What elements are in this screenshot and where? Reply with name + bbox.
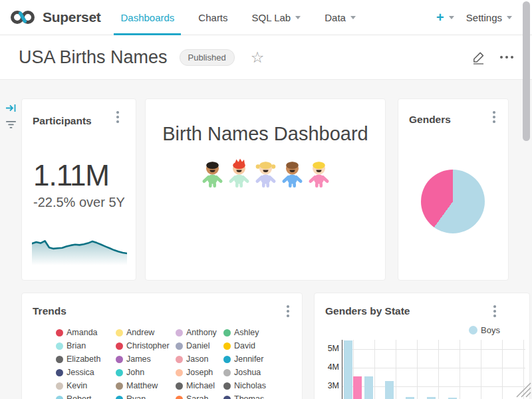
status-badge[interactable]: Published <box>180 49 235 66</box>
legend-label: Michael <box>186 381 215 390</box>
legend-item-amanda[interactable]: Amanda <box>56 328 98 337</box>
legend-item-thomas[interactable]: Thomas <box>223 394 264 399</box>
legend-label: Jennifer <box>234 354 263 364</box>
legend-dot <box>223 356 231 363</box>
legend-item-andrew[interactable]: Andrew <box>116 328 154 337</box>
child-figure <box>227 158 251 189</box>
legend-item-joshua[interactable]: Joshua <box>223 368 261 377</box>
settings-label: Settings <box>466 12 502 23</box>
legend-dot <box>176 342 183 350</box>
trends-card: Trends AmandaAndrewAnthonyAshleyBrianChr… <box>21 293 303 399</box>
legend-item-david[interactable]: David <box>223 341 255 350</box>
legend-item-ryan[interactable]: Ryan <box>116 394 146 399</box>
gridline <box>342 349 525 350</box>
edit-dashboard-button[interactable] <box>471 51 485 65</box>
bar-boys[interactable] <box>344 340 352 399</box>
legend-label: Brian <box>66 341 86 350</box>
legend-item-james[interactable]: James <box>116 354 151 364</box>
bar-boys[interactable] <box>385 381 394 399</box>
nav-item-data[interactable]: Data <box>313 0 368 35</box>
vertical-scrollbar[interactable] <box>523 1 530 141</box>
legend-dot <box>223 396 231 399</box>
plus-icon: + <box>436 11 444 24</box>
star-icon[interactable]: ☆ <box>251 50 265 65</box>
legend-label: Anthony <box>186 328 217 337</box>
page-title: USA Births Names <box>19 47 168 68</box>
legend-label: David <box>234 341 255 350</box>
chevron-down-icon <box>449 16 454 19</box>
legend-label: Sarah <box>186 394 208 399</box>
legend-item-michael[interactable]: Michael <box>176 381 215 390</box>
child-figure <box>200 158 225 189</box>
genders-pie[interactable] <box>421 170 485 233</box>
ellipsis-menu-icon[interactable] <box>500 53 513 61</box>
dashboard-header: USA Births Names Published ☆ <box>0 35 532 80</box>
legend-label: Christopher <box>126 341 170 350</box>
resize-handle[interactable] <box>516 382 531 398</box>
kebab-menu-icon[interactable] <box>489 110 499 124</box>
infinity-logo-icon <box>9 9 37 26</box>
superset-dashboard-page: { "brand": { "name": "Superset" }, "icon… <box>0 0 532 399</box>
legend-item-brian[interactable]: Brian <box>56 341 86 350</box>
nav-item-charts[interactable]: Charts <box>186 0 239 35</box>
filter-rail <box>0 80 21 399</box>
legend-item-jason[interactable]: Jason <box>176 354 208 364</box>
kebab-menu-icon[interactable] <box>490 305 499 318</box>
participants-card: Participants 1.11M -22.5% over 5Y <box>21 98 136 281</box>
legend-label: Joseph <box>186 368 213 377</box>
legend-label: Kevin <box>66 381 87 390</box>
children-figures <box>146 158 385 189</box>
dashboard-heading-text: Birth Names Dashboard <box>146 123 385 145</box>
legend-dot <box>223 342 231 350</box>
nav-item-label: Charts <box>198 12 227 23</box>
legend-label: John <box>126 368 144 377</box>
legend-item-matthew[interactable]: Matthew <box>116 381 158 390</box>
legend-item-christopher[interactable]: Christopher <box>116 341 170 350</box>
settings-menu[interactable]: Settings <box>466 12 512 23</box>
legend-item-anthony[interactable]: Anthony <box>176 328 217 337</box>
pencil-icon <box>471 51 485 65</box>
legend-label: Ryan <box>126 394 146 399</box>
expand-filter-bar-icon[interactable] <box>5 102 17 116</box>
nav-item-label: Dashboards <box>120 12 174 23</box>
bar-boys[interactable] <box>364 376 373 399</box>
chart-title: Genders by State <box>325 305 410 317</box>
filter-icon[interactable] <box>5 120 17 132</box>
legend-dot <box>469 326 477 334</box>
legend-item-daniel[interactable]: Daniel <box>176 341 209 350</box>
child-figure <box>307 158 331 189</box>
legend-item-john[interactable]: John <box>116 368 144 377</box>
legend-item-sarah[interactable]: Sarah <box>176 394 208 399</box>
legend-item-nicholas[interactable]: Nicholas <box>223 381 266 390</box>
nav-item-dashboards[interactable]: Dashboards <box>108 0 186 35</box>
nav-item-sql-lab[interactable]: SQL Lab <box>240 0 313 35</box>
legend-item-jennifer[interactable]: Jennifer <box>223 354 263 364</box>
kebab-menu-icon[interactable] <box>283 305 293 318</box>
legend-dot <box>116 329 123 336</box>
nav-item-label: Data <box>325 12 346 23</box>
legend-dot <box>176 369 183 376</box>
y-axis-tick-label: 4M <box>317 362 339 372</box>
kebab-menu-icon[interactable] <box>113 110 122 124</box>
legend-dot <box>176 329 183 336</box>
header-actions <box>471 51 513 65</box>
big-number-value: 1.11M <box>33 159 109 192</box>
legend-label: Boys <box>481 325 500 335</box>
legend-dot <box>176 382 183 390</box>
bar-girls[interactable] <box>353 376 362 399</box>
child-figure <box>253 158 278 189</box>
legend-dot <box>116 369 123 376</box>
legend-item-ashley[interactable]: Ashley <box>223 328 259 337</box>
legend-item-robert[interactable]: Robert <box>56 394 92 399</box>
legend-item-elizabeth[interactable]: Elizabeth <box>56 354 100 364</box>
legend-item-joseph[interactable]: Joseph <box>176 368 213 377</box>
nav-items: DashboardsChartsSQL LabData <box>108 0 367 35</box>
legend-item-jessica[interactable]: Jessica <box>56 368 94 377</box>
legend-dot <box>223 382 231 390</box>
markdown-header-card: Birth Names Dashboard <box>145 98 386 281</box>
legend-item-boys[interactable]: Boys <box>469 325 500 335</box>
superset-logo[interactable]: Superset <box>9 9 100 26</box>
add-new-button[interactable]: + <box>436 11 454 24</box>
legend-dot <box>116 356 123 363</box>
legend-item-kevin[interactable]: Kevin <box>56 381 87 390</box>
